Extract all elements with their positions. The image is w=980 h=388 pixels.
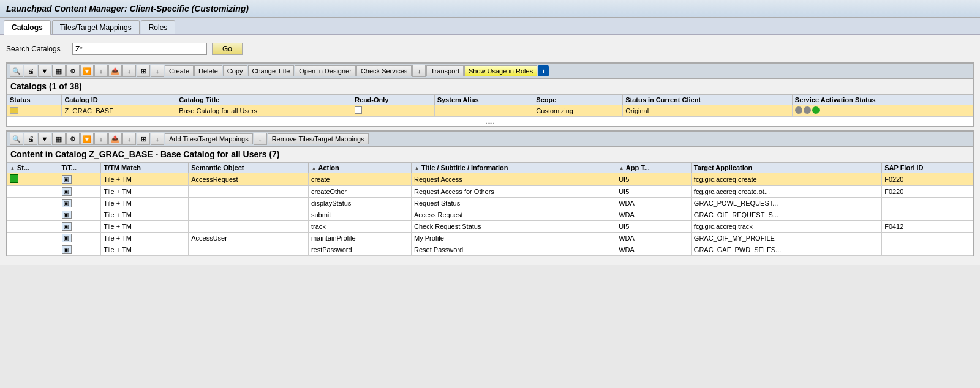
cell-action: track [308,221,411,233]
arrow-icon[interactable]: ↓ [94,65,108,77]
export-icon[interactable]: 📤 [108,65,122,77]
cell-app-t: WDA [616,209,692,221]
arrow5-icon[interactable]: ↓ [123,133,136,145]
col-catalog-title: Catalog Title [176,95,352,105]
cell-target-app: fcg.grc.accreq.create [691,173,881,186]
col-system-alias: System Alias [434,95,533,105]
cell-tt: ▣ [59,221,101,233]
search2-icon[interactable]: 🔍 [10,133,23,145]
copy-button[interactable]: Copy [223,65,247,76]
arrow3-icon[interactable]: ↓ [151,65,164,77]
print2-icon[interactable]: 🖨 [24,133,37,145]
arrow4-icon[interactable]: ↓ [94,133,108,145]
settings2-icon[interactable]: ⚙ [66,133,80,145]
service-status [795,106,820,114]
cell-ttm: Tile + TM [101,221,189,233]
catalogs-section-title: Catalogs (1 of 38) [7,79,973,94]
transport-button[interactable]: Transport [426,65,464,76]
catalog-row[interactable]: Z_GRAC_BASE Base Catalog for all Users C… [7,105,973,117]
settings-icon[interactable]: ⚙ [66,65,80,77]
cell-sem-obj [189,198,309,209]
row-catalog-id: Z_GRAC_BASE [62,105,176,117]
tile-icon: ▣ [62,187,72,196]
tab-catalogs[interactable]: Catalogs [4,20,51,35]
search-input[interactable] [72,43,207,55]
cell-ttm: Tile + TM [101,173,189,186]
layout2-icon[interactable]: ▦ [52,133,66,145]
content-row[interactable]: ▣Tile + TMsubmitAccess RequestWDAGRAC_OI… [7,209,973,221]
cell-fiori-id: F0220 [882,173,973,186]
col-st: ▲ St... [7,163,59,173]
cell-sem-obj: AccessRequest [189,173,309,186]
content-row[interactable]: ▣Tile + TMAccessUsermaintainProfileMy Pr… [7,233,973,244]
content-row[interactable]: ▣Tile + TMtrackCheck Request StatusUI5fc… [7,221,973,233]
add-tiles-arrow-icon[interactable]: ↓ [254,133,267,145]
show-usage-button[interactable]: Show Usage in Roles [464,65,537,76]
remove-tiles-button[interactable]: Remove Tiles/Target Mappings [268,133,369,144]
content-section-title: Content in Catalog Z_GRAC_BASE - Base Ca… [7,147,973,162]
col-title: ▲ Title / Subtitle / Information [412,163,616,173]
tile-icon: ▣ [62,199,72,207]
content-row[interactable]: ▣Tile + TMcreateOtherRequest Access for … [7,186,973,198]
col-fiori-id: SAP Fiori ID [882,163,973,173]
row-status-current: Original [623,105,793,117]
info-icon[interactable]: i [538,65,549,76]
cell-target-app: fcg.grc.accreq.create.ot... [691,186,881,198]
create-button[interactable]: Create [165,65,194,76]
content-row[interactable]: ▣Tile + TMAccessRequestcreateRequest Acc… [7,173,973,186]
cell-title: Check Request Status [412,221,616,233]
cell-st [7,244,59,256]
cell-target-app: GRAC_POWL_REQUEST... [691,198,881,209]
check-services-button[interactable]: Check Services [356,65,412,76]
check-services-arrow-icon[interactable]: ↓ [412,65,426,77]
cell-tt: ▣ [59,244,101,256]
go-button[interactable]: Go [212,43,243,55]
cell-app-t: UI5 [616,221,692,233]
catalogs-table: Status Catalog ID Catalog Title Read-Onl… [7,94,973,117]
cell-sem-obj [189,221,309,233]
add-tiles-button[interactable]: Add Tiles/Target Mappings [165,133,253,144]
cell-ttm: Tile + TM [101,198,189,209]
catalogs-section: 🔍 🖨 ▼ ▦ ⚙ 🔽 ↓ 📤 ↓ ⊞ ↓ Create Delete Copy… [6,62,974,127]
col-status: Status [7,95,62,105]
cell-fiori-id [882,198,973,209]
tab-tiles[interactable]: Tiles/Target Mappings [52,20,140,34]
open-in-designer-button[interactable]: Open in Designer [295,65,356,76]
export2-icon[interactable]: 📤 [108,133,122,145]
cell-tt: ▣ [59,173,101,186]
row-scope: Customizing [533,105,623,117]
circle-gray2-icon [804,106,811,114]
cell-target-app: GRAC_OIF_REQUEST_S... [691,209,881,221]
cell-sem-obj: AccessUser [189,233,309,244]
filter2-icon[interactable]: 🔽 [80,65,94,77]
filter-icon[interactable]: ▼ [38,65,51,77]
cell-title: Access Request [412,209,616,221]
layout-icon[interactable]: ▦ [52,65,66,77]
row-system-alias [434,105,533,117]
change-title-button[interactable]: Change Title [248,65,295,76]
cell-tt: ▣ [59,186,101,198]
filter4-icon[interactable]: 🔽 [80,133,94,145]
cell-fiori-id: F0220 [882,186,973,198]
cell-action: displayStatus [308,198,411,209]
cell-title: Request Status [412,198,616,209]
tile-icon: ▣ [62,222,72,231]
grid2-icon[interactable]: ⊞ [137,133,150,145]
cell-fiori-id [882,233,973,244]
arrow6-icon[interactable]: ↓ [151,133,164,145]
delete-button[interactable]: Delete [194,65,222,76]
content-row[interactable]: ▣Tile + TMrestPasswordReset PasswordWDAG… [7,244,973,256]
search-icon[interactable]: 🔍 [10,65,23,77]
cell-tt: ▣ [59,209,101,221]
filter3-icon[interactable]: ▼ [38,133,51,145]
arrow2-icon[interactable]: ↓ [123,65,136,77]
tab-roles[interactable]: Roles [141,20,176,34]
grid-icon[interactable]: ⊞ [137,65,150,77]
toolbar-1: 🔍 🖨 ▼ ▦ ⚙ 🔽 ↓ 📤 ↓ ⊞ ↓ Create Delete Copy… [7,63,973,79]
app-header: Launchpad Content Manager: Client-Specif… [0,0,980,18]
print-icon[interactable]: 🖨 [24,65,37,77]
cell-app-t: WDA [616,198,692,209]
cell-action: restPassword [308,244,411,256]
content-row[interactable]: ▣Tile + TMdisplayStatusRequest StatusWDA… [7,198,973,209]
cell-ttm: Tile + TM [101,209,189,221]
